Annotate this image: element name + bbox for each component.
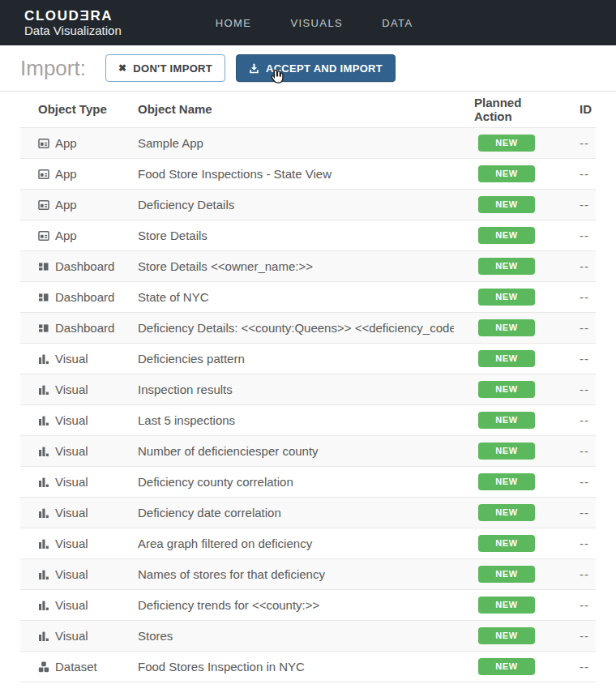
status-badge-new: NEW [478,535,535,552]
dataset-icon [38,660,55,673]
planned-action-cell: NEW [454,558,555,589]
object-name-cell: Food Store Inspections - State View [138,158,454,189]
planned-action-cell: NEW [454,466,555,497]
object-type-label: Visual [55,537,88,550]
dashboard-icon [38,321,55,335]
planned-action-cell: NEW [454,651,555,682]
object-name-cell: Inspection results [138,374,454,404]
bar-chart-icon [38,383,55,396]
column-header-planned-action: Planned Action [454,92,555,127]
import-action-bar: Import: ✖ DON'T IMPORT ACCEPT AND IMPORT [0,45,616,92]
object-type-cell: Visual [20,497,138,528]
import-objects-table-wrap: Object Type Object Name Planned Action I… [0,92,616,682]
object-name-cell: Store Details [138,220,454,250]
object-id-cell: -- [555,374,596,404]
object-id-cell: -- [555,589,596,620]
object-id-cell: -- [555,250,596,281]
dont-import-button[interactable]: ✖ DON'T IMPORT [105,54,225,82]
object-id-cell: -- [555,528,596,558]
planned-action-cell: NEW [454,189,555,220]
object-type-cell: Visual [20,343,138,374]
object-name-cell: State of NYC [138,281,454,312]
planned-action-cell: NEW [454,497,555,528]
app-icon [38,229,55,242]
planned-action-cell: NEW [454,374,555,404]
logo-product: Data Visualization [24,24,122,37]
object-type-cell: Visual [20,404,138,435]
object-name-cell: Number of deficienciesper county [138,435,454,466]
object-type-cell: Visual [20,435,138,466]
object-name-cell: Deficiency Details [138,189,454,220]
object-type-cell: App [20,189,138,220]
object-name-cell: Sample App [138,127,454,158]
object-type-label: Dashboard [55,290,114,304]
object-type-cell: App [20,220,138,250]
object-type-cell: Visual [20,558,138,589]
object-name-cell: Deficiency Details: <<county:Queens>> <<… [138,312,454,343]
status-badge-new: NEW [478,196,535,213]
table-row: VisualStoresNEW-- [20,620,596,651]
bar-chart-icon [38,475,55,489]
object-id-cell: -- [555,343,596,374]
table-row: DashboardStore Details <<owner_name:>>NE… [20,250,596,281]
object-type-label: Visual [55,413,88,427]
column-header-object-name: Object Name [138,92,454,127]
table-row: AppDeficiency DetailsNEW-- [20,189,596,220]
object-id-cell: -- [555,558,596,589]
object-id-cell: -- [555,281,596,312]
nav-item-visuals[interactable]: VISUALS [277,9,356,37]
status-badge-new: NEW [478,258,535,275]
planned-action-cell: NEW [454,250,555,281]
object-type-label: App [55,198,77,212]
x-icon: ✖ [118,63,126,73]
status-badge-new: NEW [478,135,535,152]
object-type-cell: App [20,127,138,158]
object-type-cell: App [20,158,138,189]
object-id-cell: -- [555,127,596,158]
dashboard-icon [38,259,55,273]
status-badge-new: NEW [478,627,535,644]
nav-item-home[interactable]: HOME [203,9,265,37]
object-type-label: Visual [55,444,88,458]
status-badge-new: NEW [478,412,535,429]
object-id-cell: -- [555,651,596,682]
object-type-cell: Visual [20,466,138,497]
status-badge-new: NEW [478,289,535,306]
object-name-cell: Deficiency county correlation [138,466,454,497]
table-row: AppStore DetailsNEW-- [20,220,596,250]
status-badge-new: NEW [478,319,535,336]
bar-chart-icon [38,444,55,458]
accept-and-import-button[interactable]: ACCEPT AND IMPORT [236,54,396,82]
planned-action-cell: NEW [454,127,555,158]
dashboard-icon [38,290,55,304]
object-name-cell: Area graph filtered on deficiency [138,528,454,558]
table-row: VisualInspection resultsNEW-- [20,374,596,404]
table-row: DashboardState of NYCNEW-- [20,281,596,312]
page-title: Import: [20,56,86,81]
planned-action-cell: NEW [454,158,555,189]
object-type-label: Visual [55,598,88,612]
bar-chart-icon [38,352,55,366]
status-badge-new: NEW [478,473,535,490]
table-row: DashboardDeficiency Details: <<county:Qu… [20,312,596,343]
app-icon [38,167,55,181]
bar-chart-icon [38,629,55,643]
planned-action-cell: NEW [454,620,555,651]
object-id-cell: -- [555,312,596,343]
object-type-label: Visual [55,352,88,366]
object-type-cell: Dashboard [20,281,138,312]
status-badge-new: NEW [478,504,535,521]
accept-and-import-label: ACCEPT AND IMPORT [266,62,383,75]
top-navbar: CLOUDƎRA Data Visualization HOME VISUALS… [0,0,616,45]
status-badge-new: NEW [478,350,535,367]
app-icon [38,198,55,212]
status-badge-new: NEW [478,566,535,583]
status-badge-new: NEW [478,165,535,182]
object-type-label: Dashboard [55,259,114,273]
planned-action-cell: NEW [454,312,555,343]
nav-item-data[interactable]: DATA [369,9,426,37]
table-row: AppFood Store Inspections - State ViewNE… [20,158,596,189]
object-type-label: App [55,167,77,181]
import-objects-table: Object Type Object Name Planned Action I… [20,92,596,682]
table-row: VisualNumber of deficienciesper countyNE… [20,435,596,466]
